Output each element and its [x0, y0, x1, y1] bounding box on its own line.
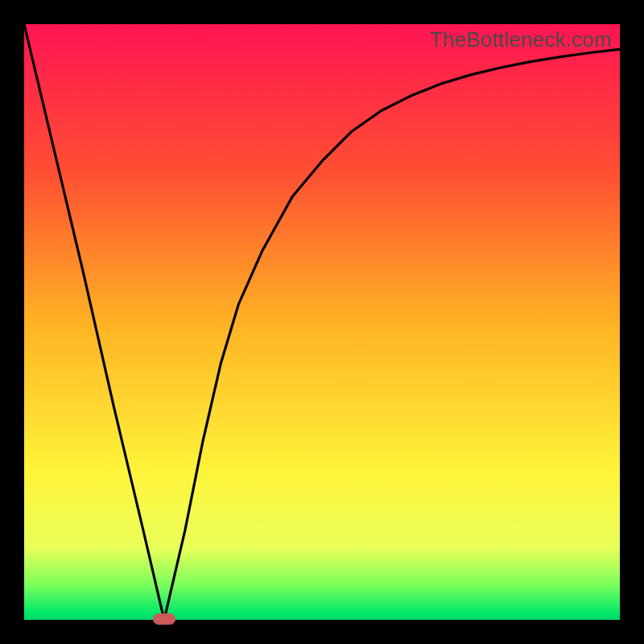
series-curve — [24, 24, 620, 620]
chart-curve-svg — [24, 24, 620, 620]
optimal-marker — [153, 613, 175, 625]
chart-frame: TheBottleneck.com — [0, 0, 644, 644]
chart-plot-area: TheBottleneck.com — [24, 24, 620, 620]
